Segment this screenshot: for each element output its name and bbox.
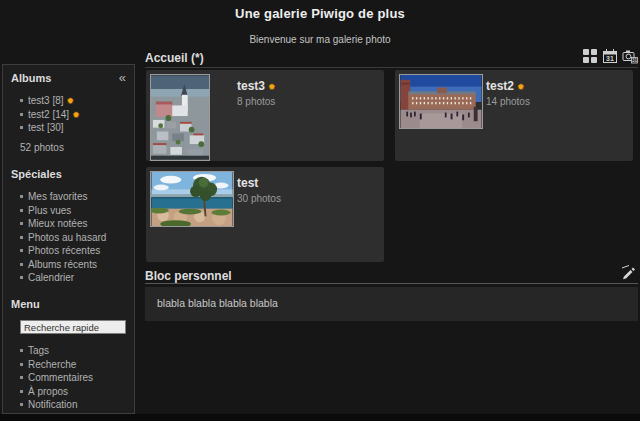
calendar-created-icon[interactable]: 31 [602,48,618,64]
bullet-icon [20,195,23,198]
calendar-posted-icon[interactable]: 31 [622,48,638,64]
breadcrumb-bar: Accueil (*) 31 31 [145,48,638,68]
album-meta: test 30 photos [237,170,281,259]
albums-nav-list: test3 [8]✹ test2 [14]✹ test [30] [20,95,126,133]
bullet-icon [20,113,23,116]
page-bottom-strip [0,414,640,421]
breadcrumb[interactable]: Accueil (*) [145,51,204,65]
album-card-test[interactable]: test 30 photos [146,167,384,262]
sidebar-item-test3[interactable]: test3 [8]✹ [20,95,126,106]
bullet-icon [20,276,23,279]
sidebar-item-albums-recents[interactable]: Albums récents [20,259,126,270]
svg-text:31: 31 [606,55,614,62]
sidebar-item-calendrier[interactable]: Calendrier [20,272,126,283]
albums-section-title: Albums [11,72,51,84]
sidebar: Albums « test3 [8]✹ test2 [14]✹ test [30… [2,64,135,414]
page-title: Une galerie Piwigo de plus [0,0,640,21]
bullet-icon [20,249,23,252]
new-badge-icon: ✹ [67,96,75,106]
album-card-test2[interactable]: test2✹ 14 photos [395,70,633,161]
sidebar-item-recherche[interactable]: Recherche [20,359,126,370]
bullet-icon [20,403,23,406]
bullet-icon [20,236,23,239]
personal-block-header: Bloc personnel [145,266,638,284]
svg-text:31: 31 [632,58,638,63]
bullet-icon [20,99,23,102]
album-thumbnail-test2[interactable] [398,73,486,158]
sidebar-item-commentaires[interactable]: Commentaires [20,372,126,383]
bullet-icon [20,390,23,393]
new-badge-icon: ✹ [517,82,525,92]
album-photo-count: 14 photos [486,96,530,107]
album-title-link[interactable]: test2 [486,79,514,93]
personal-block-body: blabla blabla blabla blabla [145,287,638,321]
page-header: Une galerie Piwigo de plus Bienvenue sur… [0,0,640,45]
sidebar-item-notification[interactable]: Notification [20,399,126,410]
bullet-icon [20,222,23,225]
album-meta: test2✹ 14 photos [486,73,530,158]
bullet-icon [20,126,23,129]
edit-personal-block-icon[interactable] [620,264,636,284]
sidebar-item-mieux-notees[interactable]: Mieux notées [20,218,126,229]
new-badge-icon: ✹ [268,82,276,92]
bullet-icon [20,363,23,366]
page-subtitle: Bienvenue sur ma galerie photo [0,34,640,45]
album-grid: test3✹ 8 photos [145,70,638,262]
sidebar-item-test[interactable]: test [30] [20,122,126,133]
bullet-icon [20,376,23,379]
menu-nav-list: Tags Recherche Commentaires À propos Not… [20,345,126,410]
sidebar-item-test2[interactable]: test2 [14]✹ [20,109,126,120]
album-title-link[interactable]: test3 [237,79,265,93]
grid-view-icon[interactable] [582,48,598,64]
toolbar: 31 31 [582,48,638,64]
sidebar-item-tags[interactable]: Tags [20,345,126,356]
sidebar-item-photos-au-hasard[interactable]: Photos au hasard [20,232,126,243]
sidebar-item-a-propos[interactable]: À propos [20,386,126,397]
bullet-icon [20,209,23,212]
album-meta: test3✹ 8 photos [237,73,276,158]
sidebar-item-mes-favorites[interactable]: Mes favorites [20,191,126,202]
speciales-section-title: Spéciales [11,168,126,180]
album-photo-count: 8 photos [237,96,276,107]
personal-block-content: blabla blabla blabla blabla [157,297,278,309]
menu-section-title: Menu [11,298,126,310]
total-photos-label: 52 photos [20,142,126,153]
album-thumbnail-test[interactable] [149,170,237,259]
speciales-nav-list: Mes favorites Plus vues Mieux notées Pho… [20,191,126,283]
bullet-icon [20,349,23,352]
new-badge-icon: ✹ [72,110,80,120]
quick-search-input[interactable] [20,320,126,334]
bullet-icon [20,263,23,266]
albums-section-header: Albums « [11,72,126,84]
album-photo-count: 30 photos [237,193,281,204]
personal-block-title: Bloc personnel [145,269,232,283]
collapse-sidebar-icon[interactable]: « [119,73,126,83]
sidebar-item-photos-recentes[interactable]: Photos récentes [20,245,126,256]
album-thumbnail-test3[interactable] [149,73,237,158]
album-card-test3[interactable]: test3✹ 8 photos [146,70,384,161]
sidebar-item-plus-vues[interactable]: Plus vues [20,205,126,216]
album-title-link[interactable]: test [237,176,258,190]
